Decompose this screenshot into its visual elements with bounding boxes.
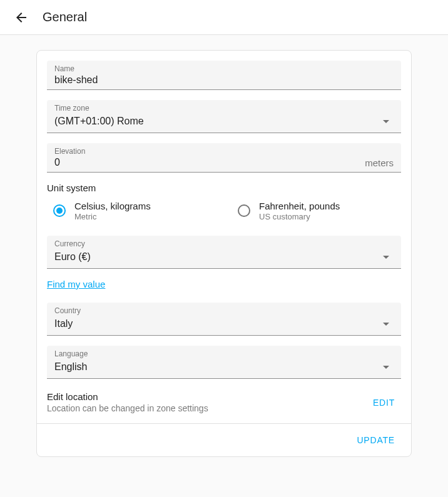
currency-field[interactable]: Currency Euro (€) xyxy=(47,236,401,269)
edit-location-button[interactable]: EDIT xyxy=(367,393,401,413)
unit-system-group: Celsius, kilograms Metric Fahrenheit, po… xyxy=(37,198,411,236)
back-button[interactable] xyxy=(9,5,34,30)
chevron-down-icon xyxy=(379,359,394,374)
language-label: Language xyxy=(54,349,88,358)
unit-system-label: Unit system xyxy=(37,183,411,198)
elevation-label: Elevation xyxy=(54,147,85,156)
page-body: Name Time zone (GMT+01:00) Rome Elevatio… xyxy=(0,35,448,472)
currency-label: Currency xyxy=(54,239,85,248)
country-value: Italy xyxy=(54,318,379,329)
settings-card: Name Time zone (GMT+01:00) Rome Elevatio… xyxy=(36,50,412,457)
timezone-field[interactable]: Time zone (GMT+01:00) Rome xyxy=(47,100,401,133)
update-button[interactable]: UPDATE xyxy=(350,430,401,450)
name-label: Name xyxy=(54,64,74,73)
chevron-down-icon xyxy=(379,249,394,264)
name-field[interactable]: Name xyxy=(47,61,401,90)
country-label: Country xyxy=(54,306,81,315)
app-header: General xyxy=(0,0,448,35)
currency-value: Euro (€) xyxy=(54,251,379,263)
find-my-value-link[interactable]: Find my value xyxy=(47,279,105,289)
language-field[interactable]: Language English xyxy=(47,346,401,379)
location-subtitle: Location can be changed in zone settings xyxy=(47,403,367,413)
card-actions: UPDATE xyxy=(37,424,411,456)
radio-icon xyxy=(47,198,72,223)
radio-icon xyxy=(232,198,257,223)
location-title: Edit location xyxy=(47,391,367,402)
name-input[interactable] xyxy=(54,74,394,86)
elevation-suffix: meters xyxy=(365,158,394,168)
elevation-input[interactable] xyxy=(54,157,360,168)
unit-metric-option[interactable]: Celsius, kilograms Metric xyxy=(47,198,216,223)
location-row: Edit location Location can be changed in… xyxy=(37,389,411,423)
country-field[interactable]: Country Italy xyxy=(47,303,401,336)
unit-metric-secondary: Metric xyxy=(74,212,151,221)
timezone-label: Time zone xyxy=(54,104,89,113)
unit-metric-primary: Celsius, kilograms xyxy=(74,201,151,211)
arrow-left-icon xyxy=(14,10,29,25)
timezone-value: (GMT+01:00) Rome xyxy=(54,116,379,127)
language-value: English xyxy=(54,361,379,373)
elevation-field[interactable]: Elevation meters xyxy=(47,143,401,173)
chevron-down-icon xyxy=(379,316,394,331)
unit-customary-secondary: US customary xyxy=(259,212,340,221)
chevron-down-icon xyxy=(379,114,394,129)
page-title: General xyxy=(43,10,87,24)
unit-customary-option[interactable]: Fahrenheit, pounds US customary xyxy=(232,198,401,223)
unit-customary-primary: Fahrenheit, pounds xyxy=(259,201,340,211)
